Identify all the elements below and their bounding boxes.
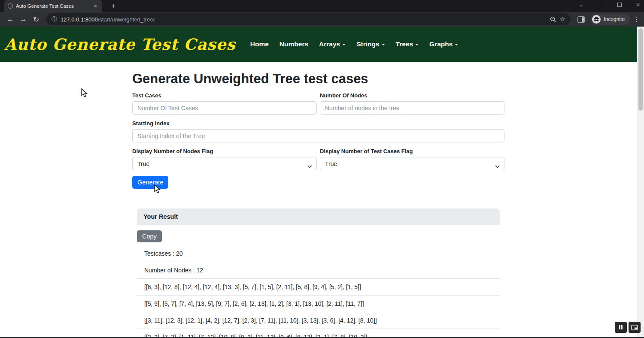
tab-close-icon[interactable]: ✕: [92, 3, 99, 10]
url-host: 127.0.0.1:8000: [61, 16, 98, 23]
number-of-nodes-input[interactable]: [320, 101, 504, 115]
incognito-badge[interactable]: Incognito: [590, 14, 630, 25]
nav-item-numbers[interactable]: Numbers: [279, 40, 308, 48]
side-panel-icon[interactable]: [575, 13, 587, 25]
chevron-down-icon: [495, 163, 500, 169]
nav-item-graphs[interactable]: Graphs: [429, 40, 458, 48]
close-button[interactable]: ✕: [635, 2, 641, 8]
window-menu-chevron-icon[interactable]: ⌄: [578, 2, 585, 8]
chevron-down-icon: [455, 44, 458, 45]
picture-in-picture-icon[interactable]: [629, 322, 641, 333]
starting-index-label: Starting Index: [132, 120, 504, 127]
chevron-down-icon: [382, 44, 385, 45]
generate-button[interactable]: Generate: [132, 176, 168, 189]
result-row: [[3, 11], [12, 3], [12, 1], [4, 2], [12,…: [137, 312, 500, 329]
tab-favicon-icon: [8, 3, 13, 9]
reload-button[interactable]: ↻: [30, 13, 42, 25]
browser-toolbar: ← → ↻ ⓘ 127.0.0.1:8000/start/unweighted_…: [0, 12, 644, 27]
nav-links: Home Numbers Arrays Strings Trees Graphs: [250, 40, 459, 48]
testcases-flag-field-group: Display Number of Test Cases Flag True: [320, 142, 504, 170]
address-bar[interactable]: ⓘ 127.0.0.1:8000/start/unweighted_tree/ …: [46, 13, 571, 25]
nodes-flag-label: Display Number of Nodes Flag: [132, 148, 317, 154]
test-cases-label: Test Cases: [132, 92, 317, 99]
starting-index-field-group: Starting Index: [132, 115, 504, 142]
main-content: Generate Unweighted Tree test cases Test…: [132, 71, 504, 338]
test-cases-field-group: Test Cases: [132, 87, 317, 115]
chevron-down-icon: [307, 163, 312, 169]
nodes-flag-select[interactable]: True: [132, 157, 317, 170]
nodes-flag-field-group: Display Number of Nodes Flag True: [132, 142, 317, 170]
result-header: Your Result: [137, 208, 500, 225]
url-path: /start/unweighted_tree/: [98, 16, 155, 23]
result-row: Number of Nodes : 12: [137, 262, 500, 279]
media-overlay: [615, 322, 641, 333]
tab-strip: Auto Generate Test Cases ✕ + ⌄ — ✕: [0, 0, 644, 12]
testcases-flag-label: Display Number of Test Cases Flag: [320, 148, 504, 154]
scrollbar-thumb[interactable]: [638, 28, 643, 111]
number-of-nodes-field-group: Number Of Nodes: [320, 87, 504, 115]
window-controls: ⌄ — ✕: [578, 0, 641, 9]
back-button[interactable]: ←: [4, 13, 16, 25]
nav-item-trees[interactable]: Trees: [396, 40, 419, 48]
page-info-icon[interactable]: ⓘ: [52, 15, 57, 23]
site-logo[interactable]: Auto Generate Test Cases: [4, 35, 236, 53]
page-viewport: Auto Generate Test Cases Home Numbers Ar…: [0, 27, 644, 338]
testcases-flag-select[interactable]: True: [320, 157, 504, 170]
bookmark-star-icon[interactable]: ☆: [560, 15, 565, 23]
result-card: Your Result Copy Testcases : 20 Number o…: [137, 208, 500, 338]
generate-form: Test Cases Number Of Nodes Starting Inde…: [132, 87, 504, 170]
chevron-down-icon: [342, 44, 346, 45]
tab-title: Auto Generate Test Cases: [16, 3, 89, 9]
nav-item-home[interactable]: Home: [250, 40, 269, 48]
page-scrollbar[interactable]: [637, 27, 644, 338]
result-row: Testcases : 20: [137, 245, 500, 262]
maximize-button[interactable]: [617, 3, 622, 7]
chevron-down-icon: [415, 44, 419, 45]
incognito-icon: [592, 15, 601, 24]
forward-button[interactable]: →: [17, 13, 29, 25]
url-text: 127.0.0.1:8000/start/unweighted_tree/: [61, 16, 546, 23]
new-tab-button[interactable]: +: [109, 2, 118, 10]
browser-window: Auto Generate Test Cases ✕ + ⌄ — ✕ ← → ↻…: [0, 0, 644, 338]
browser-menu-icon[interactable]: ⋮: [633, 15, 640, 23]
page-title: Generate Unweighted Tree test cases: [132, 71, 504, 87]
incognito-label: Incognito: [604, 16, 625, 22]
pause-icon[interactable]: [615, 322, 627, 333]
starting-index-input[interactable]: [132, 129, 504, 142]
result-row: [[5, 9], [5, 7], [7, 4], [13, 5], [9, 7]…: [137, 296, 500, 312]
test-cases-input[interactable]: [132, 101, 317, 115]
minimize-button[interactable]: —: [598, 2, 605, 8]
nav-item-strings[interactable]: Strings: [356, 40, 385, 48]
result-rows: Testcases : 20 Number of Nodes : 12 [[6,…: [137, 245, 500, 338]
nav-item-arrays[interactable]: Arrays: [319, 40, 346, 48]
copy-button[interactable]: Copy: [137, 230, 162, 242]
number-of-nodes-label: Number Of Nodes: [320, 92, 504, 99]
browser-tab[interactable]: Auto Generate Test Cases ✕: [4, 0, 102, 12]
site-navbar: Auto Generate Test Cases Home Numbers Ar…: [0, 27, 644, 62]
result-row: [[6, 3], [12, 8], [12, 4], [12, 4], [13,…: [137, 279, 500, 296]
zoom-icon[interactable]: [550, 16, 556, 23]
